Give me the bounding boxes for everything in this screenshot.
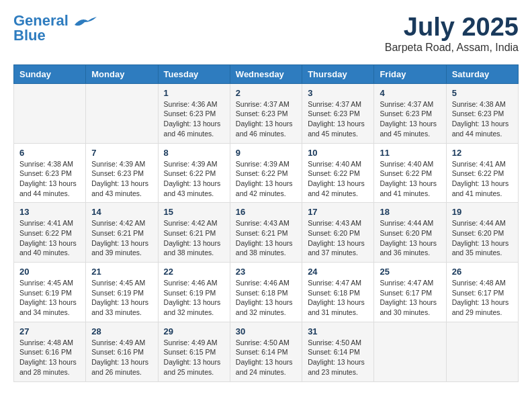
calendar-week-row: 20Sunrise: 4:45 AM Sunset: 6:19 PM Dayli…: [14, 263, 519, 322]
day-number: 8: [164, 148, 224, 158]
calendar-cell: 19Sunrise: 4:44 AM Sunset: 6:20 PM Dayli…: [446, 203, 518, 263]
day-info: Sunrise: 4:41 AM Sunset: 6:22 PM Dayligh…: [452, 159, 513, 199]
day-info: Sunrise: 4:45 AM Sunset: 6:19 PM Dayligh…: [19, 278, 80, 318]
calendar-week-row: 13Sunrise: 4:41 AM Sunset: 6:22 PM Dayli…: [14, 203, 519, 263]
day-number: 27: [19, 326, 80, 336]
day-number: 14: [91, 207, 152, 217]
day-number: 7: [91, 148, 152, 158]
day-info: Sunrise: 4:40 AM Sunset: 6:22 PM Dayligh…: [380, 159, 440, 199]
calendar-cell: 11Sunrise: 4:40 AM Sunset: 6:22 PM Dayli…: [374, 143, 446, 203]
day-info: Sunrise: 4:43 AM Sunset: 6:21 PM Dayligh…: [236, 218, 296, 258]
logo-bird-icon: [71, 15, 98, 28]
day-info: Sunrise: 4:45 AM Sunset: 6:19 PM Dayligh…: [91, 278, 152, 318]
calendar-cell: 28Sunrise: 4:49 AM Sunset: 6:16 PM Dayli…: [86, 322, 158, 381]
day-number: 24: [308, 267, 368, 277]
page-header: GeneralBlue July 2025 Barpeta Road, Assa…: [13, 13, 519, 54]
day-number: 25: [380, 267, 440, 277]
calendar-cell: 25Sunrise: 4:47 AM Sunset: 6:17 PM Dayli…: [374, 263, 446, 322]
calendar-cell: 26Sunrise: 4:48 AM Sunset: 6:17 PM Dayli…: [446, 263, 518, 322]
location-subtitle: Barpeta Road, Assam, India: [385, 42, 519, 54]
day-number: 5: [452, 88, 513, 98]
day-info: Sunrise: 4:47 AM Sunset: 6:17 PM Dayligh…: [380, 278, 440, 318]
day-number: 9: [236, 148, 296, 158]
day-info: Sunrise: 4:38 AM Sunset: 6:23 PM Dayligh…: [19, 159, 80, 199]
calendar-cell: 22Sunrise: 4:46 AM Sunset: 6:19 PM Dayli…: [158, 263, 230, 322]
logo-text: GeneralBlue: [13, 13, 69, 43]
calendar-table: SundayMondayTuesdayWednesdayThursdayFrid…: [13, 64, 519, 382]
calendar-week-row: 27Sunrise: 4:48 AM Sunset: 6:16 PM Dayli…: [14, 322, 519, 381]
calendar-cell: [14, 83, 86, 143]
calendar-cell: 9Sunrise: 4:39 AM Sunset: 6:22 PM Daylig…: [230, 143, 302, 203]
day-info: Sunrise: 4:42 AM Sunset: 6:21 PM Dayligh…: [91, 218, 152, 258]
day-info: Sunrise: 4:37 AM Sunset: 6:23 PM Dayligh…: [380, 99, 440, 139]
calendar-cell: 16Sunrise: 4:43 AM Sunset: 6:21 PM Dayli…: [230, 203, 302, 263]
calendar-cell: 1Sunrise: 4:36 AM Sunset: 6:23 PM Daylig…: [158, 83, 230, 143]
day-number: 17: [308, 207, 368, 217]
day-number: 16: [236, 207, 296, 217]
calendar-cell: [374, 322, 446, 381]
weekday-header-wednesday: Wednesday: [230, 64, 302, 83]
day-number: 31: [308, 326, 368, 336]
calendar-cell: 27Sunrise: 4:48 AM Sunset: 6:16 PM Dayli…: [14, 322, 86, 381]
day-number: 22: [164, 267, 224, 277]
day-number: 19: [452, 207, 513, 217]
day-number: 21: [91, 267, 152, 277]
month-year-title: July 2025: [385, 13, 519, 42]
day-number: 26: [452, 267, 513, 277]
day-number: 1: [164, 88, 224, 98]
calendar-cell: 5Sunrise: 4:38 AM Sunset: 6:23 PM Daylig…: [446, 83, 518, 143]
day-number: 29: [164, 326, 224, 336]
day-number: 30: [236, 326, 296, 336]
day-info: Sunrise: 4:41 AM Sunset: 6:22 PM Dayligh…: [19, 218, 80, 258]
calendar-cell: 10Sunrise: 4:40 AM Sunset: 6:22 PM Dayli…: [302, 143, 374, 203]
calendar-cell: 7Sunrise: 4:39 AM Sunset: 6:23 PM Daylig…: [86, 143, 158, 203]
day-info: Sunrise: 4:49 AM Sunset: 6:16 PM Dayligh…: [91, 338, 152, 377]
calendar-week-row: 1Sunrise: 4:36 AM Sunset: 6:23 PM Daylig…: [14, 83, 519, 143]
calendar-cell: 14Sunrise: 4:42 AM Sunset: 6:21 PM Dayli…: [86, 203, 158, 263]
logo: GeneralBlue: [13, 13, 98, 43]
day-info: Sunrise: 4:37 AM Sunset: 6:23 PM Dayligh…: [236, 99, 296, 139]
day-info: Sunrise: 4:50 AM Sunset: 6:14 PM Dayligh…: [308, 338, 368, 377]
day-number: 4: [380, 88, 440, 98]
day-number: 23: [236, 267, 296, 277]
calendar-cell: 2Sunrise: 4:37 AM Sunset: 6:23 PM Daylig…: [230, 83, 302, 143]
day-info: Sunrise: 4:47 AM Sunset: 6:18 PM Dayligh…: [308, 278, 368, 318]
calendar-cell: 23Sunrise: 4:46 AM Sunset: 6:18 PM Dayli…: [230, 263, 302, 322]
day-info: Sunrise: 4:36 AM Sunset: 6:23 PM Dayligh…: [164, 99, 224, 139]
calendar-cell: 15Sunrise: 4:42 AM Sunset: 6:21 PM Dayli…: [158, 203, 230, 263]
calendar-cell: 12Sunrise: 4:41 AM Sunset: 6:22 PM Dayli…: [446, 143, 518, 203]
day-info: Sunrise: 4:44 AM Sunset: 6:20 PM Dayligh…: [452, 218, 513, 258]
day-number: 15: [164, 207, 224, 217]
day-number: 12: [452, 148, 513, 158]
weekday-header-sunday: Sunday: [14, 64, 86, 83]
weekday-header-friday: Friday: [374, 64, 446, 83]
weekday-header-monday: Monday: [86, 64, 158, 83]
calendar-cell: 24Sunrise: 4:47 AM Sunset: 6:18 PM Dayli…: [302, 263, 374, 322]
calendar-cell: 30Sunrise: 4:50 AM Sunset: 6:14 PM Dayli…: [230, 322, 302, 381]
day-info: Sunrise: 4:39 AM Sunset: 6:23 PM Dayligh…: [91, 159, 152, 199]
calendar-cell: 29Sunrise: 4:49 AM Sunset: 6:15 PM Dayli…: [158, 322, 230, 381]
day-number: 28: [91, 326, 152, 336]
day-number: 13: [19, 207, 80, 217]
calendar-cell: 20Sunrise: 4:45 AM Sunset: 6:19 PM Dayli…: [14, 263, 86, 322]
day-info: Sunrise: 4:42 AM Sunset: 6:21 PM Dayligh…: [164, 218, 224, 258]
day-info: Sunrise: 4:46 AM Sunset: 6:19 PM Dayligh…: [164, 278, 224, 318]
day-number: 20: [19, 267, 80, 277]
day-info: Sunrise: 4:49 AM Sunset: 6:15 PM Dayligh…: [164, 338, 224, 377]
calendar-cell: 6Sunrise: 4:38 AM Sunset: 6:23 PM Daylig…: [14, 143, 86, 203]
day-info: Sunrise: 4:37 AM Sunset: 6:23 PM Dayligh…: [308, 99, 368, 139]
calendar-cell: 17Sunrise: 4:43 AM Sunset: 6:20 PM Dayli…: [302, 203, 374, 263]
weekday-header-tuesday: Tuesday: [158, 64, 230, 83]
day-info: Sunrise: 4:48 AM Sunset: 6:17 PM Dayligh…: [452, 278, 513, 318]
calendar-cell: [446, 322, 518, 381]
day-info: Sunrise: 4:39 AM Sunset: 6:22 PM Dayligh…: [164, 159, 224, 199]
day-number: 3: [308, 88, 368, 98]
day-number: 6: [19, 148, 80, 158]
weekday-header-thursday: Thursday: [302, 64, 374, 83]
day-info: Sunrise: 4:43 AM Sunset: 6:20 PM Dayligh…: [308, 218, 368, 258]
calendar-cell: 8Sunrise: 4:39 AM Sunset: 6:22 PM Daylig…: [158, 143, 230, 203]
day-info: Sunrise: 4:40 AM Sunset: 6:22 PM Dayligh…: [308, 159, 368, 199]
calendar-cell: 31Sunrise: 4:50 AM Sunset: 6:14 PM Dayli…: [302, 322, 374, 381]
day-info: Sunrise: 4:38 AM Sunset: 6:23 PM Dayligh…: [452, 99, 513, 139]
day-number: 10: [308, 148, 368, 158]
